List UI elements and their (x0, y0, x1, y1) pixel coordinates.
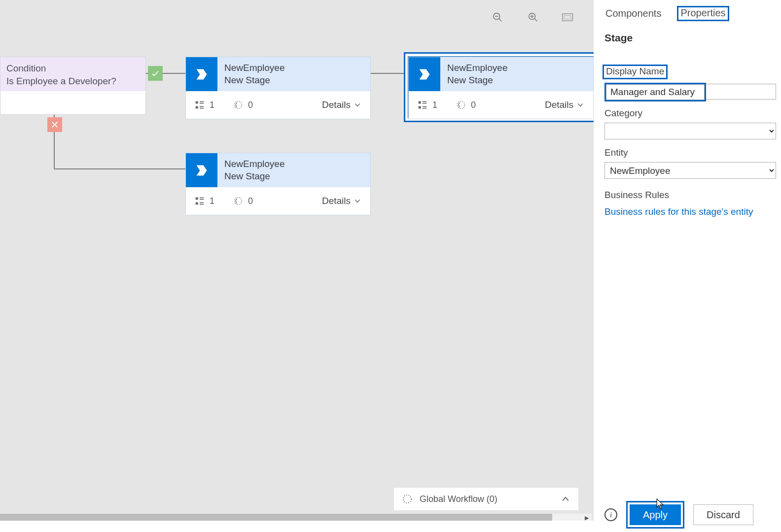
fit-to-screen-icon[interactable] (560, 10, 575, 25)
chevron-up-icon (561, 494, 570, 504)
svg-rect-23 (419, 106, 421, 109)
properties-panel: Components Properties Stage Display Name… (594, 0, 781, 532)
stage-flag-icon (186, 153, 217, 187)
app-root: Condition Is Employee a Developer? NewEm… (0, 0, 781, 532)
stage-name: New Stage (447, 74, 508, 87)
stage-entity: NewEmployee (224, 158, 285, 170)
svg-rect-7 (563, 14, 573, 21)
panel-section-title: Stage (604, 32, 770, 44)
apply-highlight: Apply (626, 501, 684, 529)
svg-rect-32 (200, 199, 204, 200)
svg-rect-20 (200, 108, 204, 109)
stage-details-toggle[interactable]: Details (322, 100, 361, 110)
svg-rect-24 (423, 101, 426, 102)
stage-header: NewEmployee New Stage (186, 153, 370, 187)
svg-rect-26 (423, 106, 426, 107)
svg-point-36 (403, 495, 412, 503)
stage-flag-icon (409, 57, 440, 91)
stage-workflow-count: 0 (233, 100, 253, 110)
stage-name: New Stage (224, 74, 285, 87)
category-label: Category (604, 108, 770, 119)
category-select[interactable] (604, 123, 776, 139)
svg-rect-34 (200, 204, 204, 205)
stage-flag-icon (186, 57, 217, 91)
svg-rect-19 (200, 106, 204, 107)
svg-rect-22 (419, 101, 421, 104)
svg-rect-27 (423, 108, 426, 109)
stage-details-toggle[interactable]: Details (322, 196, 361, 206)
svg-rect-16 (196, 106, 198, 109)
svg-rect-31 (200, 198, 204, 199)
stage-header: NewEmployee New Stage (186, 57, 370, 91)
entity-select[interactable]: NewEmployee (604, 162, 776, 179)
svg-rect-30 (196, 202, 198, 205)
business-rules-link[interactable]: Business rules for this stage's entity (604, 206, 753, 217)
info-icon[interactable]: i (604, 508, 617, 521)
stage-workflow-count: 0 (233, 196, 253, 206)
global-workflow-label: Global Workflow (0) (420, 494, 497, 504)
zoom-in-icon[interactable] (526, 10, 540, 25)
display-name-input[interactable] (606, 84, 705, 100)
condition-yes-icon (148, 66, 163, 81)
condition-no-icon (47, 117, 62, 132)
svg-rect-33 (200, 202, 204, 203)
business-rules-label: Business Rules (604, 190, 770, 200)
stage-card[interactable]: NewEmployee New Stage 1 0 Details (185, 57, 371, 119)
svg-rect-8 (564, 15, 570, 19)
svg-rect-29 (196, 198, 198, 200)
zoom-out-icon[interactable] (490, 10, 505, 25)
stage-steps-count: 1 (195, 100, 214, 110)
stage-details-toggle[interactable]: Details (545, 100, 584, 110)
apply-button[interactable]: Apply (630, 504, 681, 525)
stage-entity: NewEmployee (447, 62, 508, 74)
stage-steps-count: 1 (195, 196, 214, 206)
svg-rect-17 (200, 101, 204, 102)
stage-card-selected[interactable]: NewEmployee New Stage 1 0 Details (408, 57, 594, 119)
svg-rect-18 (200, 103, 204, 104)
stage-card[interactable]: NewEmployee New Stage 1 0 Details (185, 153, 371, 215)
designer-canvas[interactable]: Condition Is Employee a Developer? NewEm… (0, 0, 594, 522)
tab-properties[interactable]: Properties (677, 6, 729, 21)
stage-header: NewEmployee New Stage (409, 57, 593, 91)
display-name-label: Display Name (603, 65, 668, 79)
svg-rect-15 (196, 101, 198, 104)
condition-node[interactable]: Condition Is Employee a Developer? (0, 57, 146, 115)
svg-line-1 (499, 19, 502, 22)
condition-question: Is Employee a Developer? (6, 75, 140, 88)
stage-workflow-count: 0 (456, 100, 476, 110)
stage-name: New Stage (224, 170, 285, 183)
workflow-icon (402, 494, 413, 504)
condition-type-label: Condition (6, 62, 140, 75)
svg-rect-25 (423, 103, 426, 104)
stage-entity: NewEmployee (224, 62, 285, 74)
tab-components[interactable]: Components (604, 6, 662, 21)
condition-header: Condition Is Employee a Developer? (0, 57, 145, 91)
discard-button[interactable]: Discard (693, 504, 753, 525)
svg-line-4 (534, 19, 537, 22)
entity-label: Entity (604, 147, 770, 158)
global-workflow-bar[interactable]: Global Workflow (0) (393, 487, 579, 511)
stage-steps-count: 1 (418, 100, 437, 110)
